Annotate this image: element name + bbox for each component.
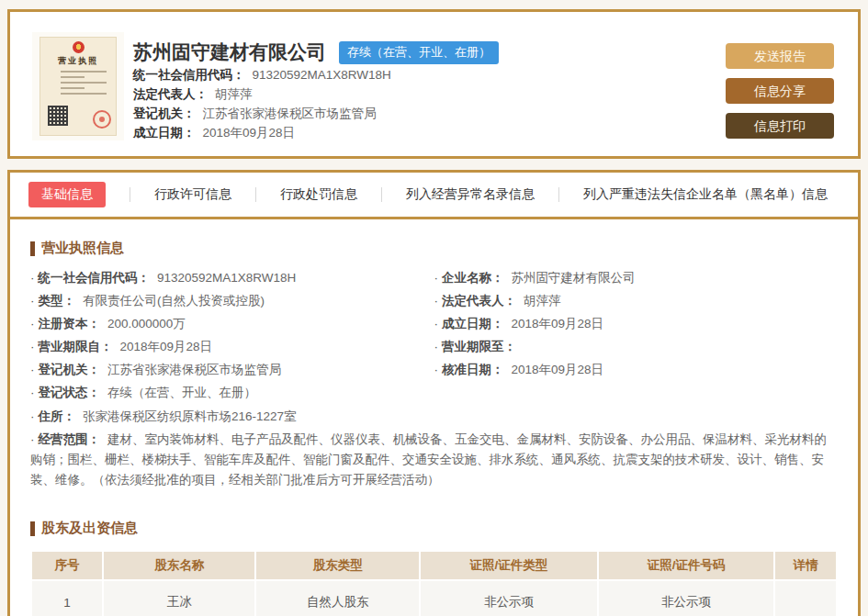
header-field-credit-code: 统一社会信用代码：91320592MA1X8RW18H bbox=[133, 65, 499, 84]
field-approval-date: ·核准日期：2018年09月28日 bbox=[434, 358, 839, 381]
share-info-button[interactable]: 信息分享 bbox=[726, 78, 834, 104]
col-header-certificate-type: 证照/证件类型 bbox=[421, 552, 597, 579]
field-term-start: ·营业期限自：2018年09月28日 bbox=[30, 335, 434, 358]
tab-administrative-penalty[interactable]: 行政处罚信息 bbox=[280, 186, 357, 203]
field-registered-capital: ·注册资本：200.000000万 bbox=[30, 312, 434, 335]
section-marker-icon bbox=[30, 521, 35, 536]
field-term-end: ·营业期限至： bbox=[434, 335, 839, 358]
print-info-button[interactable]: 信息打印 bbox=[726, 113, 834, 139]
field-registration-authority: ·登记机关：江苏省张家港保税区市场监管局 bbox=[30, 358, 434, 381]
national-emblem-icon bbox=[73, 41, 85, 53]
col-header-certificate-number: 证照/证件号码 bbox=[599, 552, 773, 579]
field-establishment-date: ·成立日期：2018年09月28日 bbox=[434, 312, 839, 335]
field-registration-status: ·登记状态：存续（在营、开业、在册） bbox=[30, 381, 434, 404]
col-header-detail: 详情 bbox=[775, 552, 836, 579]
table-header-row: 序号 股东名称 股东类型 证照/证件类型 证照/证件号码 详情 bbox=[32, 552, 836, 579]
cell-certificate-type: 非公示项 bbox=[421, 581, 597, 616]
tab-divider bbox=[130, 187, 130, 202]
company-name: 苏州固守建材有限公司 bbox=[133, 39, 326, 65]
col-header-shareholder-type: 股东类型 bbox=[256, 552, 418, 579]
section-title-shareholders: 股东及出资信息 bbox=[30, 520, 838, 537]
field-company-name: ·企业名称：苏州固守建材有限公司 bbox=[434, 266, 839, 289]
shareholder-table: 序号 股东名称 股东类型 证照/证件类型 证照/证件号码 详情 1 王冰 自然人… bbox=[30, 550, 838, 616]
cell-certificate-number: 非公示项 bbox=[599, 581, 773, 616]
field-company-type: ·类型：有限责任公司(自然人投资或控股) bbox=[30, 289, 434, 312]
table-row: 1 王冰 自然人股东 非公示项 非公示项 bbox=[32, 581, 836, 616]
license-text-line bbox=[61, 87, 85, 89]
col-header-index: 序号 bbox=[32, 552, 102, 579]
cell-shareholder-name: 王冰 bbox=[104, 581, 254, 616]
cell-detail bbox=[775, 581, 836, 616]
tab-abnormal-operation-list[interactable]: 列入经营异常名录信息 bbox=[406, 186, 535, 203]
license-fields: ·统一社会信用代码：91320592MA1X8RW18H ·类型：有限责任公司(… bbox=[30, 266, 838, 404]
col-header-shareholder-name: 股东名称 bbox=[104, 552, 254, 579]
tab-administrative-licensing[interactable]: 行政许可信息 bbox=[154, 186, 231, 203]
business-license-image: 营业执照 bbox=[32, 32, 124, 140]
cell-index: 1 bbox=[32, 581, 102, 616]
license-text-line bbox=[61, 76, 85, 78]
tab-divider bbox=[558, 187, 559, 202]
license-text-line bbox=[61, 71, 107, 73]
license-text-line bbox=[61, 93, 107, 95]
license-text-line bbox=[61, 82, 107, 84]
company-header-panel: 营业执照 苏州固守建材有限公司 存续（在营、开业、在册） 统一社会信用代码：91… bbox=[7, 9, 861, 159]
field-credit-code: ·统一社会信用代码：91320592MA1X8RW18H bbox=[30, 266, 434, 289]
field-legal-representative: ·法定代表人：胡萍萍 bbox=[434, 289, 839, 312]
send-report-button[interactable]: 发送报告 bbox=[726, 43, 834, 69]
section-title-business-license: 营业执照信息 bbox=[30, 240, 838, 257]
section-marker-icon bbox=[30, 241, 35, 256]
header-field-legal-representative: 法定代表人：胡萍萍 bbox=[133, 84, 499, 104]
tab-bar: 基础信息 行政许可信息 行政处罚信息 列入经营异常名录信息 列入严重违法失信企业… bbox=[10, 173, 858, 217]
header-actions: 发送报告 信息分享 信息打印 bbox=[726, 43, 834, 139]
tab-basic-info[interactable]: 基础信息 bbox=[28, 182, 106, 207]
license-document: 营业执照 bbox=[39, 37, 117, 136]
tabbar-separator bbox=[10, 217, 858, 219]
field-address: ·住所：张家港保税区纺织原料市场216-1227室 bbox=[30, 407, 838, 427]
field-business-scope: ·经营范围：建材、室内装饰材料、电子产品及配件、仪器仪表、机械设备、五金交电、金… bbox=[30, 430, 838, 490]
qr-code-icon bbox=[48, 106, 68, 126]
tab-divider bbox=[255, 187, 256, 202]
tab-serious-violation-blacklist[interactable]: 列入严重违法失信企业名单（黑名单）信息 bbox=[583, 186, 828, 203]
header-field-registration-authority: 登记机关：江苏省张家港保税区市场监管局 bbox=[133, 104, 499, 123]
red-seal-icon bbox=[93, 110, 111, 129]
license-doc-title: 营业执照 bbox=[40, 55, 116, 67]
cell-shareholder-type: 自然人股东 bbox=[256, 581, 418, 616]
status-badge: 存续（在营、开业、在册） bbox=[339, 41, 499, 64]
detail-panel: 基础信息 行政许可信息 行政处罚信息 列入经营异常名录信息 列入严重违法失信企业… bbox=[7, 170, 861, 616]
company-summary: 苏州固守建材有限公司 存续（在营、开业、在册） 统一社会信用代码：9132059… bbox=[133, 39, 499, 142]
header-field-establishment-date: 成立日期：2018年09月28日 bbox=[133, 123, 499, 142]
tab-divider bbox=[381, 187, 382, 202]
